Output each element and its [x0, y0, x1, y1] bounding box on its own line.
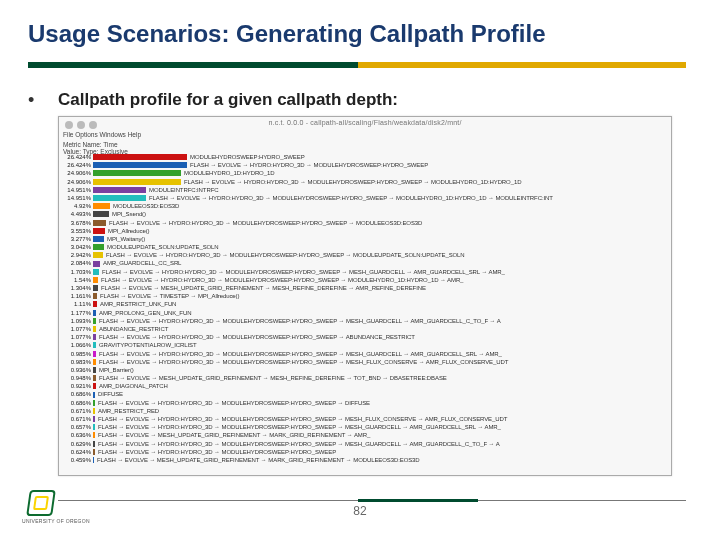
row-percent: 26.424%	[63, 161, 93, 169]
row-bar	[93, 383, 96, 389]
menubar[interactable]: File Options Windows Help	[63, 131, 141, 138]
row-label: AMR_GUARDCELL_CC_SRL	[102, 259, 181, 267]
window-title: n.c.t. 0.0.0 - callpath-all/scaling/Flas…	[268, 119, 461, 126]
profile-row[interactable]: 24.906%MODULEHYDRO_1D:HYDRO_1D	[63, 169, 667, 177]
row-label: FLASH → EVOLVE → HYDRO:HYDRO_3D → MODULE…	[98, 358, 508, 366]
title-rule	[28, 62, 686, 68]
profile-row[interactable]: 0.686%DIFFUSE	[63, 390, 667, 398]
row-label: FLASH → EVOLVE → MESH_UPDATE_GRID_REFINE…	[97, 431, 370, 439]
row-bar	[93, 334, 96, 340]
profile-row[interactable]: 24.906%FLASH → EVOLVE → HYDRO:HYDRO_3D →…	[63, 178, 667, 186]
row-bar	[93, 457, 94, 463]
profile-row[interactable]: 2.084%AMR_GUARDCELL_CC_SRL	[63, 259, 667, 267]
row-bar	[93, 432, 95, 438]
row-percent: 1.093%	[63, 317, 93, 325]
row-label: FLASH → EVOLVE → HYDRO:HYDRO_3D → MODULE…	[98, 317, 501, 325]
row-label: DIFFUSE	[97, 390, 123, 398]
profile-row[interactable]: 1.077%FLASH → EVOLVE → HYDRO:HYDRO_3D → …	[63, 333, 667, 341]
row-bar	[93, 236, 104, 242]
page-number: 82	[353, 504, 366, 518]
row-percent: 1.304%	[63, 284, 93, 292]
row-bar	[93, 154, 187, 160]
profile-row[interactable]: 4.493%MPI_Ssend()	[63, 210, 667, 218]
profile-row[interactable]: 0.948%FLASH → EVOLVE → MESH_UPDATE_GRID_…	[63, 374, 667, 382]
profile-row[interactable]: 14.951%MODULEINTRFC:INTRFC	[63, 186, 667, 194]
profile-row[interactable]: 0.629%FLASH → EVOLVE → HYDRO:HYDRO_3D → …	[63, 440, 667, 448]
row-bar	[93, 342, 96, 348]
profile-row[interactable]: 0.624%FLASH → EVOLVE → HYDRO:HYDRO_3D → …	[63, 448, 667, 456]
row-label: MPI_Ssend()	[111, 210, 146, 218]
profile-row[interactable]: 0.671%AMR_RESTRICT_RED	[63, 407, 667, 415]
row-bar	[93, 211, 109, 217]
profile-row[interactable]: 1.093%FLASH → EVOLVE → HYDRO:HYDRO_3D → …	[63, 317, 667, 325]
row-percent: 1.077%	[63, 325, 93, 333]
slide: Usage Scenarios: Generating Callpath Pro…	[0, 0, 720, 540]
row-percent: 14.951%	[63, 186, 93, 194]
row-percent: 1.177%	[63, 309, 93, 317]
screenshot-panel: n.c.t. 0.0.0 - callpath-all/scaling/Flas…	[58, 116, 672, 476]
profile-row[interactable]: 3.553%MPI_Allreduce()	[63, 227, 667, 235]
profile-row[interactable]: 0.936%MPI_Barrier()	[63, 366, 667, 374]
profile-row[interactable]: 0.459%FLASH → EVOLVE → MESH_UPDATE_GRID_…	[63, 456, 667, 464]
profile-row[interactable]: 1.54%FLASH → EVOLVE → HYDRO:HYDRO_3D → M…	[63, 276, 667, 284]
row-label: FLASH → EVOLVE → HYDRO:HYDRO_3D → MODULE…	[97, 448, 336, 456]
row-bar	[93, 277, 98, 283]
profile-row[interactable]: 0.921%AMR_DIAGONAL_PATCH	[63, 382, 667, 390]
row-percent: 0.948%	[63, 374, 93, 382]
profile-row[interactable]: 1.11%AMR_RESTRICT_UNK_FUN	[63, 300, 667, 308]
profile-rows: 26.424%MODULEHYDROSWEEP:HYDRO_SWEEP26.42…	[63, 153, 667, 471]
row-label: FLASH → EVOLVE → HYDRO:HYDRO_3D → MODULE…	[148, 194, 553, 202]
profile-row[interactable]: 0.686%FLASH → EVOLVE → HYDRO:HYDRO_3D → …	[63, 399, 667, 407]
row-bar	[93, 285, 98, 291]
row-label: MPI_Allreduce()	[107, 227, 150, 235]
row-percent: 1.161%	[63, 292, 93, 300]
profile-row[interactable]: 2.942%FLASH → EVOLVE → HYDRO:HYDRO_3D → …	[63, 251, 667, 259]
row-percent: 4.92%	[63, 202, 93, 210]
profile-row[interactable]: 1.177%AMR_PROLONG_GEN_UNK_FUN	[63, 309, 667, 317]
row-bar	[93, 310, 96, 316]
row-percent: 24.906%	[63, 178, 93, 186]
row-percent: 3.277%	[63, 235, 93, 243]
row-label: MPI_Waitany()	[106, 235, 145, 243]
row-bar	[93, 162, 187, 168]
row-label: FLASH → EVOLVE → MESH_UPDATE_GRID_REFINE…	[100, 284, 426, 292]
profile-row[interactable]: 3.678%FLASH → EVOLVE → HYDRO:HYDRO_3D → …	[63, 219, 667, 227]
row-label: FLASH → EVOLVE → HYDRO:HYDRO_3D → MODULE…	[183, 178, 521, 186]
row-bar	[93, 449, 95, 455]
row-percent: 26.424%	[63, 153, 93, 161]
row-bar	[93, 203, 110, 209]
profile-row[interactable]: 26.424%MODULEHYDROSWEEP:HYDRO_SWEEP	[63, 153, 667, 161]
profile-row[interactable]: 0.636%FLASH → EVOLVE → MESH_UPDATE_GRID_…	[63, 431, 667, 439]
profile-row[interactable]: 0.983%FLASH → EVOLVE → HYDRO:HYDRO_3D → …	[63, 358, 667, 366]
profile-row[interactable]: 3.042%MODULEUPDATE_SOLN:UPDATE_SOLN	[63, 243, 667, 251]
profile-row[interactable]: 4.92%MODULEEOS3D:EOS3D	[63, 202, 667, 210]
profile-row[interactable]: 0.671%FLASH → EVOLVE → HYDRO:HYDRO_3D → …	[63, 415, 667, 423]
row-percent: 1.703%	[63, 268, 93, 276]
profile-row[interactable]: 3.277%MPI_Waitany()	[63, 235, 667, 243]
profile-row[interactable]: 1.304%FLASH → EVOLVE → MESH_UPDATE_GRID_…	[63, 284, 667, 292]
row-label: MODULEHYDROSWEEP:HYDRO_SWEEP	[189, 153, 305, 161]
row-bar	[93, 179, 181, 185]
row-percent: 1.11%	[63, 300, 93, 308]
row-percent: 3.042%	[63, 243, 93, 251]
row-percent: 0.629%	[63, 440, 93, 448]
row-percent: 0.921%	[63, 382, 93, 390]
profile-row[interactable]: 0.985%FLASH → EVOLVE → HYDRO:HYDRO_3D → …	[63, 350, 667, 358]
row-label: AMR_RESTRICT_UNK_FUN	[99, 300, 176, 308]
profile-row[interactable]: 26.424%FLASH → EVOLVE → HYDRO:HYDRO_3D →…	[63, 161, 667, 169]
profile-row[interactable]: 1.703%FLASH → EVOLVE → HYDRO:HYDRO_3D → …	[63, 268, 667, 276]
profile-row[interactable]: 1.066%GRAVITYPOTENTIALROW_ICRLIST	[63, 341, 667, 349]
row-percent: 2.942%	[63, 251, 93, 259]
row-label: FLASH → EVOLVE → MESH_UPDATE_GRID_REFINE…	[96, 456, 420, 464]
row-percent: 0.671%	[63, 415, 93, 423]
profile-row[interactable]: 0.657%FLASH → EVOLVE → HYDRO:HYDRO_3D → …	[63, 423, 667, 431]
profile-row[interactable]: 14.951%FLASH → EVOLVE → HYDRO:HYDRO_3D →…	[63, 194, 667, 202]
row-label: AMR_DIAGONAL_PATCH	[98, 382, 168, 390]
row-bar	[93, 318, 96, 324]
row-label: FLASH → EVOLVE → HYDRO:HYDRO_3D → MODULE…	[97, 415, 507, 423]
profile-row[interactable]: 1.077%ABUNDANCE_RESTRICT	[63, 325, 667, 333]
row-bar	[93, 220, 106, 226]
row-bar	[93, 408, 95, 414]
row-percent: 0.671%	[63, 407, 93, 415]
profile-row[interactable]: 1.161%FLASH → EVOLVE → TIMESTEP → MPI_Al…	[63, 292, 667, 300]
